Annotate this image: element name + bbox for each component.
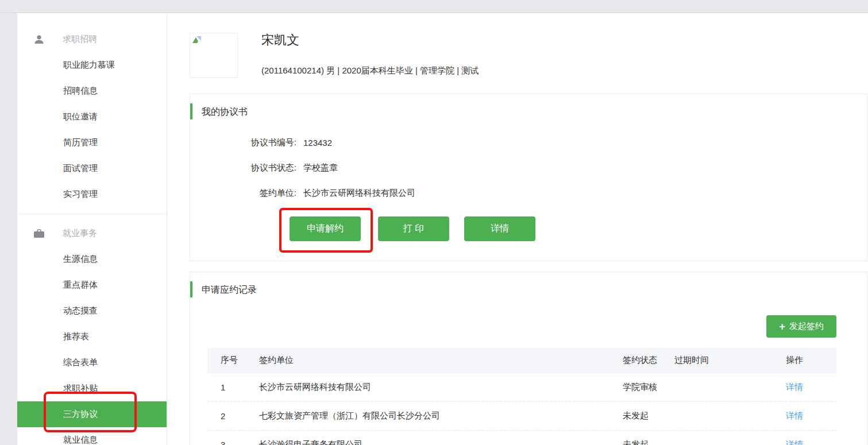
column-header-action: 操作 <box>782 355 836 366</box>
cell-company: 七彩文旅资产管理（浙江）有限公司长沙分公司 <box>246 411 609 421</box>
detail-button[interactable]: 详情 <box>464 216 535 241</box>
sidebar-item-internship-management[interactable]: 实习管理 <box>17 181 167 207</box>
top-strip <box>0 0 868 13</box>
column-header-expire: 过期时间 <box>661 355 782 366</box>
sidebar-item-recruit-info[interactable]: 招聘信息 <box>17 78 167 104</box>
field-label: 协议书状态: <box>227 162 296 173</box>
sidebar-item-resume-management[interactable]: 简历管理 <box>17 130 167 156</box>
user-icon <box>33 34 45 45</box>
cell-no: 2 <box>207 411 246 421</box>
section-accent-bar <box>190 281 192 297</box>
sidebar-item-dynamic-survey[interactable]: 动态摸查 <box>17 298 167 324</box>
print-button[interactable]: 打 印 <box>378 216 449 241</box>
avatar <box>190 33 238 78</box>
sidebar-item-recommendation-form[interactable]: 推荐表 <box>17 324 167 350</box>
student-name: 宋凯文 <box>261 32 299 49</box>
cell-company: 长沙市云研网络科技有限公司 <box>246 382 609 393</box>
records-section-title: 申请应约记录 <box>202 284 257 296</box>
row-detail-link[interactable]: 详情 <box>786 439 803 445</box>
table-header-row: 序号 签约单位 签约状态 过期时间 操作 <box>207 348 836 373</box>
application-records-card: 申请应约记录 + 发起签约 序号 签约单位 签约状态 过期时间 操作 1 长沙市… <box>190 272 867 445</box>
agreement-status-field: 协议书状态: 学校盖章 <box>227 161 415 175</box>
column-header-status: 签约状态 <box>609 355 661 366</box>
cell-no: 1 <box>207 382 246 392</box>
agreement-number-field: 协议书编号: 123432 <box>227 136 415 149</box>
cell-status: 未发起 <box>609 411 661 421</box>
row-detail-link[interactable]: 详情 <box>786 382 803 392</box>
sidebar: 求职招聘 职业能力慕课 招聘信息 职位邀请 简历管理 面试管理 实习管理 就业事… <box>17 14 167 445</box>
records-table: 序号 签约单位 签约状态 过期时间 操作 1 长沙市云研网络科技有限公司 学院审… <box>207 348 836 445</box>
field-label: 协议书编号: <box>227 137 296 148</box>
sidebar-item-job-invitation[interactable]: 职位邀请 <box>17 104 167 130</box>
left-strip <box>0 13 17 445</box>
field-value: 123432 <box>303 138 332 148</box>
sidebar-section-jobseeking: 求职招聘 <box>17 26 167 52</box>
cell-status: 未发起 <box>609 439 661 445</box>
sidebar-section-label: 就业事务 <box>63 228 97 239</box>
my-agreement-card: 我的协议书 协议书编号: 123432 协议书状态: 学校盖章 签约单位: 长沙… <box>190 94 867 261</box>
sidebar-item-job-subsidy[interactable]: 求职补贴 <box>17 376 167 401</box>
student-info: (201164100214) 男 | 2020届本科生毕业 | 管理学院 | 测… <box>261 65 479 76</box>
create-agreement-button[interactable]: + 发起签约 <box>766 315 836 338</box>
agreement-section-title: 我的协议书 <box>202 106 248 118</box>
sidebar-item-interview-management[interactable]: 面试管理 <box>17 156 167 181</box>
field-label: 签约单位: <box>227 188 296 199</box>
sidebar-item-mooc[interactable]: 职业能力慕课 <box>17 52 167 78</box>
cell-company: 长沙瀚得电子商务有限公司 <box>246 439 609 445</box>
sidebar-item-comprehensive-forms[interactable]: 综合表单 <box>17 350 167 376</box>
signing-company-field: 签约单位: 长沙市云研网络科技有限公司 <box>227 186 415 200</box>
field-value: 学校盖章 <box>303 162 338 173</box>
table-row: 3 长沙瀚得电子商务有限公司 未发起 详情 <box>207 431 836 445</box>
plus-icon: + <box>779 322 785 332</box>
sidebar-item-key-groups[interactable]: 重点群体 <box>17 272 167 298</box>
sidebar-divider <box>17 214 167 214</box>
table-row: 1 长沙市云研网络科技有限公司 学院审核 详情 <box>207 373 836 402</box>
create-agreement-label: 发起签约 <box>789 321 824 332</box>
column-header-company: 签约单位 <box>246 355 609 366</box>
sidebar-item-employment-info[interactable]: 就业信息 <box>17 427 167 445</box>
broken-image-icon <box>192 35 202 44</box>
cell-status: 学院审核 <box>609 382 661 393</box>
terminate-agreement-button[interactable]: 申请解约 <box>290 216 361 241</box>
column-header-no: 序号 <box>207 355 246 366</box>
sidebar-item-tripartite-agreement[interactable]: 三方协议 <box>17 401 167 427</box>
section-accent-bar <box>190 103 192 119</box>
table-row: 2 七彩文旅资产管理（浙江）有限公司长沙分公司 未发起 详情 <box>207 402 836 431</box>
sidebar-section-employment: 就业事务 <box>17 220 167 246</box>
briefcase-icon <box>33 228 45 239</box>
field-value: 长沙市云研网络科技有限公司 <box>303 188 415 199</box>
sidebar-item-source-info[interactable]: 生源信息 <box>17 246 167 272</box>
sidebar-section-label: 求职招聘 <box>63 34 97 45</box>
agreement-fields: 协议书编号: 123432 协议书状态: 学校盖章 签约单位: 长沙市云研网络科… <box>227 136 415 200</box>
row-detail-link[interactable]: 详情 <box>786 411 803 420</box>
cell-no: 3 <box>207 440 246 445</box>
